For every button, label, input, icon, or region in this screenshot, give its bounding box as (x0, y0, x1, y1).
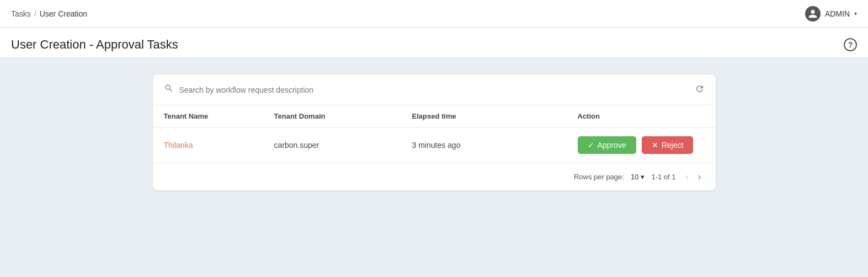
elapsed-time-value: 3 minutes ago (412, 141, 578, 150)
next-page-button[interactable]: › (695, 170, 705, 184)
table-header: Tenant Name Tenant Domain Elapsed time A… (153, 105, 716, 127)
action-buttons: ✓ Approve ✕ Reject (578, 136, 705, 154)
breadcrumb: Tasks / User Creation (11, 9, 87, 18)
user-name-label: ADMIN (825, 9, 850, 18)
reject-label: Reject (662, 141, 684, 150)
breadcrumb-tasks[interactable]: Tasks (11, 9, 31, 18)
rows-per-page-value: 10 (631, 173, 638, 181)
search-input[interactable] (179, 86, 689, 94)
rows-per-page-select[interactable]: 10 ▾ (631, 173, 645, 181)
breadcrumb-current: User Creation (40, 9, 87, 18)
col-header-tenant-name: Tenant Name (164, 112, 274, 120)
tenant-name-link[interactable]: Thilanka (164, 141, 274, 150)
chevron-down-icon: ▾ (854, 10, 857, 17)
rows-per-page-label: Rows per page: (574, 173, 624, 181)
page-title: User Creation - Approval Tasks (11, 38, 178, 52)
search-bar (153, 74, 716, 105)
reject-x-icon: ✕ (652, 141, 658, 150)
topbar: Tasks / User Creation ADMIN ▾ (0, 0, 868, 28)
breadcrumb-separator: / (34, 9, 36, 18)
col-header-action: Action (578, 112, 705, 120)
pagination-bar: Rows per page: 10 ▾ 1-1 of 1 ‹ › (153, 163, 716, 190)
approve-button[interactable]: ✓ Approve (578, 136, 636, 154)
page-nav: ‹ › (683, 170, 705, 184)
rows-per-page-chevron-icon: ▾ (641, 173, 645, 181)
search-icon (164, 83, 174, 96)
approve-check-icon: ✓ (588, 141, 594, 150)
table-row: Thilanka carbon.super 3 minutes ago ✓ Ap… (153, 127, 716, 163)
page-header: User Creation - Approval Tasks ? (0, 28, 868, 58)
table-container: Tenant Name Tenant Domain Elapsed time A… (153, 105, 716, 190)
user-menu[interactable]: ADMIN ▾ (805, 6, 857, 22)
user-avatar-icon (805, 6, 821, 22)
refresh-icon[interactable] (695, 84, 705, 96)
approval-tasks-card: Tenant Name Tenant Domain Elapsed time A… (153, 74, 716, 190)
col-header-elapsed-time: Elapsed time (412, 112, 578, 120)
tenant-domain-value: carbon.super (274, 141, 412, 150)
help-icon[interactable]: ? (844, 38, 857, 51)
reject-button[interactable]: ✕ Reject (642, 136, 694, 154)
col-header-tenant-domain: Tenant Domain (274, 112, 412, 120)
prev-page-button[interactable]: ‹ (683, 170, 693, 184)
main-content: Tenant Name Tenant Domain Elapsed time A… (0, 58, 868, 207)
approve-label: Approve (598, 141, 626, 150)
page-info: 1-1 of 1 (651, 173, 675, 181)
